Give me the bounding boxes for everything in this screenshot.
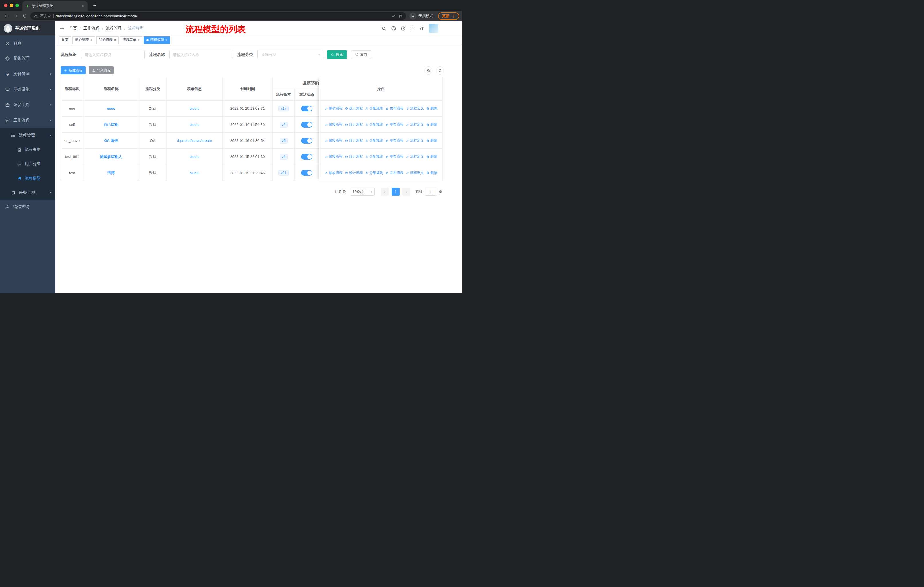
close-icon[interactable]: × bbox=[138, 38, 140, 42]
address-bar[interactable]: 不安全 dashboard.yudao.iocoder.cn/bpm/manag… bbox=[30, 12, 406, 20]
action-definition[interactable]: 流程定义 bbox=[406, 170, 424, 175]
sidebar-item-process-model[interactable]: 流程模型 bbox=[0, 171, 55, 185]
tab-close-icon[interactable]: × bbox=[82, 4, 84, 8]
help-icon[interactable] bbox=[401, 26, 406, 31]
action-publish[interactable]: 发布流程 bbox=[386, 154, 404, 159]
close-icon[interactable]: × bbox=[114, 38, 116, 42]
breadcrumb-item[interactable]: 首页 bbox=[69, 26, 77, 31]
action-definition[interactable]: 流程定义 bbox=[406, 154, 424, 159]
window-minimize-button[interactable] bbox=[10, 4, 13, 7]
sidebar-item-workflow[interactable]: 工作流程 ▴ bbox=[0, 112, 55, 128]
tag-tenant-mgmt[interactable]: 租户管理 × bbox=[73, 36, 95, 44]
reset-button[interactable]: 重置 bbox=[351, 50, 371, 59]
sidebar-item-process-mgmt[interactable]: 流程管理 ▴ bbox=[0, 128, 55, 142]
action-delete[interactable]: 删除 bbox=[426, 106, 437, 111]
version-badge[interactable]: v5 bbox=[280, 138, 288, 144]
version-badge[interactable]: v2 bbox=[280, 122, 288, 127]
tag-process-model[interactable]: 流程模型 × bbox=[144, 36, 170, 44]
sidebar-item-task-mgmt[interactable]: 任务管理 ▾ bbox=[0, 185, 55, 200]
tag-my-process[interactable]: 我的流程 × bbox=[96, 36, 119, 44]
version-badge[interactable]: v21 bbox=[279, 170, 289, 176]
refresh-table-button[interactable] bbox=[436, 66, 444, 74]
action-publish[interactable]: 发布流程 bbox=[386, 106, 404, 111]
process-category-select[interactable]: 流程分类 ▾ bbox=[257, 50, 323, 60]
action-definition[interactable]: 流程定义 bbox=[406, 122, 424, 127]
next-page-button[interactable]: › bbox=[403, 188, 411, 196]
window-close-button[interactable] bbox=[4, 4, 7, 7]
goto-page-input[interactable] bbox=[425, 188, 437, 196]
form-link[interactable]: /bpm/oa/leave/create bbox=[177, 139, 212, 143]
active-toggle[interactable] bbox=[301, 138, 312, 144]
active-toggle[interactable] bbox=[301, 106, 312, 111]
back-button[interactable] bbox=[3, 13, 10, 20]
font-size-icon[interactable] bbox=[420, 26, 424, 31]
action-delete[interactable]: 删除 bbox=[426, 138, 437, 143]
process-name-link[interactable]: 自己审批 bbox=[104, 122, 119, 127]
breadcrumb-item[interactable]: 工作流程 bbox=[83, 26, 99, 31]
active-toggle[interactable] bbox=[301, 170, 312, 176]
new-tab-button[interactable]: + bbox=[91, 2, 99, 10]
action-design[interactable]: 设计流程 bbox=[345, 170, 363, 175]
action-assign-rule[interactable]: 分配规则 bbox=[365, 154, 383, 159]
process-name-link[interactable]: OA 请假 bbox=[104, 138, 118, 143]
close-icon[interactable]: × bbox=[165, 38, 167, 42]
reload-button[interactable] bbox=[21, 13, 28, 20]
action-design[interactable]: 设计流程 bbox=[345, 138, 363, 143]
hamburger-icon[interactable] bbox=[59, 26, 64, 31]
action-publish[interactable]: 发布流程 bbox=[386, 170, 404, 175]
window-zoom-button[interactable] bbox=[15, 4, 19, 7]
search-button[interactable]: 搜索 bbox=[327, 50, 347, 59]
action-design[interactable]: 设计流程 bbox=[345, 106, 363, 111]
active-toggle[interactable] bbox=[301, 154, 312, 160]
version-badge[interactable]: v17 bbox=[279, 106, 289, 111]
browser-menu-icon[interactable]: ⋮ bbox=[452, 14, 456, 18]
process-name-link[interactable]: eeee bbox=[107, 106, 115, 111]
search-icon[interactable] bbox=[381, 26, 386, 31]
active-toggle[interactable] bbox=[301, 122, 312, 127]
process-name-link[interactable]: 测试多审批人 bbox=[100, 154, 122, 159]
tag-process-form[interactable]: 流程表单 × bbox=[120, 36, 142, 44]
close-icon[interactable]: × bbox=[90, 38, 92, 42]
process-name-link[interactable]: 滔博 bbox=[107, 170, 115, 175]
tag-home[interactable]: 首页 bbox=[59, 36, 71, 44]
form-link[interactable]: biubiu bbox=[190, 154, 200, 159]
sidebar-item-dev-tools[interactable]: 研发工具 ▾ bbox=[0, 97, 55, 112]
action-modify[interactable]: 修改流程 bbox=[325, 122, 343, 127]
import-process-button[interactable]: 导入流程 bbox=[89, 66, 114, 74]
action-publish[interactable]: 发布流程 bbox=[386, 138, 404, 143]
app-logo[interactable]: 芋道管理系统 bbox=[0, 21, 55, 35]
github-icon[interactable] bbox=[391, 26, 396, 31]
action-assign-rule[interactable]: 分配规则 bbox=[365, 122, 383, 127]
action-modify[interactable]: 修改流程 bbox=[325, 154, 343, 159]
password-key-icon[interactable] bbox=[392, 14, 396, 18]
action-publish[interactable]: 发布流程 bbox=[386, 122, 404, 127]
sidebar-item-user-group[interactable]: 用户分组 bbox=[0, 157, 55, 171]
sidebar-item-infrastructure[interactable]: 基础设施 ▾ bbox=[0, 82, 55, 97]
action-definition[interactable]: 流程定义 bbox=[406, 138, 424, 143]
forward-button[interactable] bbox=[12, 13, 19, 20]
action-definition[interactable]: 流程定义 bbox=[406, 106, 424, 111]
form-link[interactable]: biubiu bbox=[190, 106, 200, 111]
action-modify[interactable]: 修改流程 bbox=[325, 170, 343, 175]
sidebar-item-home[interactable]: 首页 bbox=[0, 35, 55, 51]
update-button[interactable]: 更新 ⋮ bbox=[438, 12, 459, 20]
sidebar-item-process-form[interactable]: 流程表单 bbox=[0, 142, 55, 157]
page-number-button[interactable]: 1 bbox=[391, 188, 399, 196]
create-process-button[interactable]: 新建流程 bbox=[61, 66, 86, 74]
sidebar-item-leave-query[interactable]: 请假查询 bbox=[0, 200, 55, 214]
action-assign-rule[interactable]: 分配规则 bbox=[365, 170, 383, 175]
action-assign-rule[interactable]: 分配规则 bbox=[365, 106, 383, 111]
fullscreen-icon[interactable] bbox=[410, 26, 415, 31]
action-modify[interactable]: 修改流程 bbox=[325, 106, 343, 111]
breadcrumb-item[interactable]: 流程管理 bbox=[106, 26, 122, 31]
browser-tab[interactable]: 芋道管理系统 × bbox=[22, 1, 87, 11]
sidebar-item-payment-mgmt[interactable]: ¥ 支付管理 ▾ bbox=[0, 66, 55, 82]
action-design[interactable]: 设计流程 bbox=[345, 122, 363, 127]
form-link[interactable]: biubiu bbox=[190, 122, 200, 127]
form-link[interactable]: biubiu bbox=[190, 171, 200, 175]
show-search-button[interactable] bbox=[424, 66, 432, 74]
user-avatar[interactable] bbox=[429, 24, 438, 33]
process-key-input[interactable] bbox=[81, 50, 145, 60]
action-delete[interactable]: 删除 bbox=[426, 154, 437, 159]
action-delete[interactable]: 删除 bbox=[426, 122, 437, 127]
